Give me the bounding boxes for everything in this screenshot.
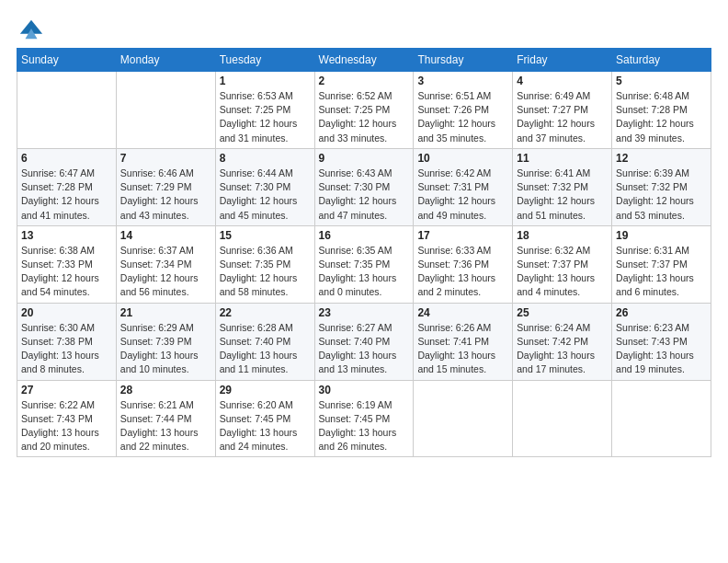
calendar-cell: 28Sunrise: 6:21 AMSunset: 7:44 PMDayligh… — [116, 380, 215, 457]
day-number: 22 — [220, 306, 311, 319]
calendar-cell — [612, 380, 711, 457]
day-number: 13 — [21, 229, 112, 242]
calendar-week-row: 1Sunrise: 6:53 AMSunset: 7:25 PMDaylight… — [17, 72, 711, 149]
calendar-week-row: 13Sunrise: 6:38 AMSunset: 7:33 PMDayligh… — [17, 225, 711, 303]
day-info: Sunrise: 6:39 AMSunset: 7:32 PMDaylight:… — [616, 167, 707, 223]
calendar-cell: 7Sunrise: 6:46 AMSunset: 7:29 PMDaylight… — [116, 148, 215, 225]
day-info: Sunrise: 6:36 AMSunset: 7:35 PMDaylight:… — [220, 244, 311, 300]
day-number: 18 — [517, 229, 608, 242]
logo — [17, 17, 44, 39]
calendar-cell: 15Sunrise: 6:36 AMSunset: 7:35 PMDayligh… — [215, 225, 314, 303]
calendar-cell: 2Sunrise: 6:52 AMSunset: 7:25 PMDaylight… — [314, 72, 414, 149]
day-info: Sunrise: 6:24 AMSunset: 7:42 PMDaylight:… — [517, 321, 608, 377]
calendar-cell: 3Sunrise: 6:51 AMSunset: 7:26 PMDaylight… — [414, 72, 513, 149]
day-info: Sunrise: 6:26 AMSunset: 7:41 PMDaylight:… — [417, 321, 508, 377]
day-info: Sunrise: 6:31 AMSunset: 7:37 PMDaylight:… — [616, 244, 707, 300]
day-info: Sunrise: 6:49 AMSunset: 7:27 PMDaylight:… — [517, 89, 608, 145]
calendar-cell: 11Sunrise: 6:41 AMSunset: 7:32 PMDayligh… — [513, 148, 612, 225]
calendar-cell: 23Sunrise: 6:27 AMSunset: 7:40 PMDayligh… — [314, 303, 414, 380]
calendar-cell: 4Sunrise: 6:49 AMSunset: 7:27 PMDaylight… — [513, 72, 612, 149]
day-info: Sunrise: 6:29 AMSunset: 7:39 PMDaylight:… — [120, 321, 211, 377]
day-header-monday: Monday — [116, 49, 215, 72]
day-number: 4 — [517, 75, 608, 87]
calendar-cell: 19Sunrise: 6:31 AMSunset: 7:37 PMDayligh… — [612, 225, 711, 303]
calendar-cell: 6Sunrise: 6:47 AMSunset: 7:28 PMDaylight… — [17, 148, 117, 225]
day-number: 29 — [220, 384, 311, 396]
day-info: Sunrise: 6:30 AMSunset: 7:38 PMDaylight:… — [21, 321, 112, 377]
calendar-cell: 29Sunrise: 6:20 AMSunset: 7:45 PMDayligh… — [215, 380, 314, 457]
day-header-thursday: Thursday — [414, 49, 513, 72]
day-number: 16 — [319, 229, 410, 242]
day-info: Sunrise: 6:21 AMSunset: 7:44 PMDaylight:… — [120, 398, 211, 454]
calendar-cell: 12Sunrise: 6:39 AMSunset: 7:32 PMDayligh… — [612, 148, 711, 225]
day-header-friday: Friday — [513, 49, 612, 72]
day-info: Sunrise: 6:20 AMSunset: 7:45 PMDaylight:… — [220, 398, 311, 454]
day-info: Sunrise: 6:38 AMSunset: 7:33 PMDaylight:… — [21, 244, 112, 300]
calendar-cell: 5Sunrise: 6:48 AMSunset: 7:28 PMDaylight… — [612, 72, 711, 149]
day-info: Sunrise: 6:44 AMSunset: 7:30 PMDaylight:… — [220, 167, 311, 223]
day-info: Sunrise: 6:35 AMSunset: 7:35 PMDaylight:… — [319, 244, 410, 300]
page: SundayMondayTuesdayWednesdayThursdayFrid… — [0, 0, 728, 563]
day-info: Sunrise: 6:41 AMSunset: 7:32 PMDaylight:… — [517, 167, 608, 223]
day-number: 1 — [220, 75, 311, 87]
calendar-cell: 30Sunrise: 6:19 AMSunset: 7:45 PMDayligh… — [314, 380, 414, 457]
day-info: Sunrise: 6:27 AMSunset: 7:40 PMDaylight:… — [319, 321, 410, 377]
calendar-cell: 20Sunrise: 6:30 AMSunset: 7:38 PMDayligh… — [17, 303, 117, 380]
day-number: 6 — [21, 152, 112, 165]
day-number: 27 — [21, 384, 112, 396]
calendar-cell: 13Sunrise: 6:38 AMSunset: 7:33 PMDayligh… — [17, 225, 117, 303]
day-number: 21 — [120, 306, 211, 319]
day-number: 9 — [319, 152, 410, 165]
calendar-cell: 10Sunrise: 6:42 AMSunset: 7:31 PMDayligh… — [414, 148, 513, 225]
calendar-cell: 18Sunrise: 6:32 AMSunset: 7:37 PMDayligh… — [513, 225, 612, 303]
calendar-cell: 17Sunrise: 6:33 AMSunset: 7:36 PMDayligh… — [414, 225, 513, 303]
day-info: Sunrise: 6:43 AMSunset: 7:30 PMDaylight:… — [319, 167, 410, 223]
calendar-cell: 16Sunrise: 6:35 AMSunset: 7:35 PMDayligh… — [314, 225, 414, 303]
calendar-cell: 24Sunrise: 6:26 AMSunset: 7:41 PMDayligh… — [414, 303, 513, 380]
day-info: Sunrise: 6:19 AMSunset: 7:45 PMDaylight:… — [319, 398, 410, 454]
day-number: 11 — [517, 152, 608, 165]
day-number: 28 — [120, 384, 211, 396]
day-number: 25 — [517, 306, 608, 319]
day-number: 3 — [417, 75, 508, 87]
day-number: 17 — [417, 229, 508, 242]
day-info: Sunrise: 6:42 AMSunset: 7:31 PMDaylight:… — [417, 167, 508, 223]
calendar-cell: 21Sunrise: 6:29 AMSunset: 7:39 PMDayligh… — [116, 303, 215, 380]
logo-icon — [18, 17, 44, 42]
calendar-cell: 27Sunrise: 6:22 AMSunset: 7:43 PMDayligh… — [17, 380, 117, 457]
header — [17, 17, 711, 39]
calendar-week-row: 27Sunrise: 6:22 AMSunset: 7:43 PMDayligh… — [17, 380, 711, 457]
day-number: 23 — [319, 306, 410, 319]
day-number: 24 — [417, 306, 508, 319]
calendar-cell — [414, 380, 513, 457]
calendar-cell: 1Sunrise: 6:53 AMSunset: 7:25 PMDaylight… — [215, 72, 314, 149]
day-info: Sunrise: 6:37 AMSunset: 7:34 PMDaylight:… — [120, 244, 211, 300]
day-info: Sunrise: 6:46 AMSunset: 7:29 PMDaylight:… — [120, 167, 211, 223]
day-number: 20 — [21, 306, 112, 319]
day-info: Sunrise: 6:32 AMSunset: 7:37 PMDaylight:… — [517, 244, 608, 300]
calendar-header-row: SundayMondayTuesdayWednesdayThursdayFrid… — [17, 49, 711, 72]
calendar-week-row: 6Sunrise: 6:47 AMSunset: 7:28 PMDaylight… — [17, 148, 711, 225]
calendar-cell — [513, 380, 612, 457]
calendar-cell — [116, 72, 215, 149]
day-number: 5 — [616, 75, 707, 87]
calendar-cell: 14Sunrise: 6:37 AMSunset: 7:34 PMDayligh… — [116, 225, 215, 303]
day-info: Sunrise: 6:22 AMSunset: 7:43 PMDaylight:… — [21, 398, 112, 454]
day-header-saturday: Saturday — [612, 49, 711, 72]
day-number: 14 — [120, 229, 211, 242]
calendar: SundayMondayTuesdayWednesdayThursdayFrid… — [17, 48, 711, 457]
day-info: Sunrise: 6:23 AMSunset: 7:43 PMDaylight:… — [616, 321, 707, 377]
calendar-cell: 26Sunrise: 6:23 AMSunset: 7:43 PMDayligh… — [612, 303, 711, 380]
day-number: 8 — [220, 152, 311, 165]
calendar-cell: 8Sunrise: 6:44 AMSunset: 7:30 PMDaylight… — [215, 148, 314, 225]
calendar-week-row: 20Sunrise: 6:30 AMSunset: 7:38 PMDayligh… — [17, 303, 711, 380]
day-info: Sunrise: 6:53 AMSunset: 7:25 PMDaylight:… — [220, 89, 311, 145]
calendar-cell: 25Sunrise: 6:24 AMSunset: 7:42 PMDayligh… — [513, 303, 612, 380]
day-number: 19 — [616, 229, 707, 242]
calendar-cell: 9Sunrise: 6:43 AMSunset: 7:30 PMDaylight… — [314, 148, 414, 225]
day-info: Sunrise: 6:51 AMSunset: 7:26 PMDaylight:… — [417, 89, 508, 145]
day-info: Sunrise: 6:47 AMSunset: 7:28 PMDaylight:… — [21, 167, 112, 223]
day-number: 30 — [319, 384, 410, 396]
day-info: Sunrise: 6:52 AMSunset: 7:25 PMDaylight:… — [319, 89, 410, 145]
calendar-cell: 22Sunrise: 6:28 AMSunset: 7:40 PMDayligh… — [215, 303, 314, 380]
